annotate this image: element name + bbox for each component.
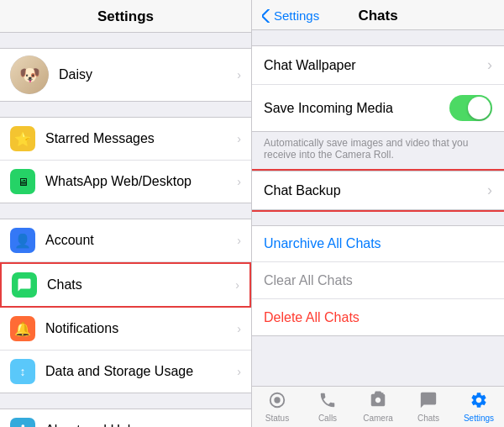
account-chevron-icon: ›	[237, 234, 241, 247]
right-settings-list: Chat Wallpaper › Save Incoming Media Aut…	[252, 30, 504, 386]
chat-settings-section: Chat Wallpaper › Save Incoming Media	[252, 45, 504, 132]
backup-chevron-icon: ›	[487, 182, 492, 199]
tab-right-camera-label: Camera	[363, 414, 393, 423]
help-icon: ℹ	[10, 418, 35, 427]
left-settings-panel: Settings 🐶 Daisy › ⭐ Starred Messages ›	[0, 0, 252, 427]
web-label: WhatsApp Web/Desktop	[45, 174, 234, 189]
avatar-placeholder: 🐶	[10, 55, 49, 94]
web-chevron-icon: ›	[237, 175, 241, 188]
delete-item[interactable]: Delete All Chats	[252, 299, 504, 336]
unarchive-item[interactable]: Unarchive All Chats	[252, 225, 504, 262]
avatar: 🐶	[10, 55, 49, 94]
notifications-chevron-icon: ›	[237, 322, 241, 335]
account-icon: 👤	[10, 228, 35, 253]
left-panel: Settings 🐶 Daisy › ⭐ Starred Messages ›	[0, 0, 252, 427]
chats-icon	[12, 272, 37, 298]
starred-icon: ⭐	[10, 126, 35, 151]
unarchive-label: Unarchive All Chats	[264, 236, 381, 251]
toggle-thumb	[468, 97, 491, 119]
settings-group-2: 👤 Account › Chats › 🔔 Notifications	[0, 219, 251, 393]
profile-section: 🐶 Daisy ›	[0, 48, 251, 102]
tab-right-settings[interactable]: Settings	[454, 387, 504, 426]
backup-label: Chat Backup	[264, 183, 484, 198]
action-section: Unarchive All Chats Clear All Chats Dele…	[252, 225, 504, 336]
r-chats-tab-icon	[419, 391, 438, 412]
web-icon: 🖥	[10, 169, 35, 194]
storage-icon: ↕	[10, 359, 35, 384]
backup-item[interactable]: Chat Backup ›	[252, 171, 504, 210]
tab-right-chats[interactable]: Chats	[403, 387, 454, 426]
settings-group-1: ⭐ Starred Messages › 🖥 WhatsApp Web/Desk…	[0, 117, 251, 203]
starred-messages-item[interactable]: ⭐ Starred Messages ›	[0, 118, 251, 161]
settings-group-3: ℹ About and Help › ❤ Tell a Friend ›	[0, 409, 251, 427]
wallpaper-label: Chat Wallpaper	[264, 58, 484, 73]
starred-chevron-icon: ›	[237, 132, 241, 145]
profile-chevron-icon: ›	[237, 68, 241, 82]
wallpaper-chevron-icon: ›	[487, 56, 492, 74]
account-item[interactable]: 👤 Account ›	[0, 219, 251, 262]
toggle-track	[449, 95, 492, 121]
tab-right-status[interactable]: Status	[252, 387, 302, 426]
tab-right-calls[interactable]: Calls	[302, 387, 353, 426]
chats-label: Chats	[47, 277, 232, 293]
right-panel-wrapper: Settings Chats Chat Wallpaper › Save Inc…	[252, 0, 504, 427]
storage-chevron-icon: ›	[237, 365, 241, 378]
right-title: Chats	[358, 8, 397, 24]
clear-label: Clear All Chats	[264, 273, 353, 288]
right-header: Settings Chats	[252, 0, 504, 30]
profile-item[interactable]: 🐶 Daisy ›	[0, 49, 251, 101]
settings-list: 🐶 Daisy › ⭐ Starred Messages › 🖥 WhatsAp…	[0, 33, 251, 427]
help-chevron-icon: ›	[237, 424, 241, 427]
r-settings-tab-icon	[470, 391, 488, 412]
delete-label: Delete All Chats	[264, 310, 360, 325]
notifications-item[interactable]: 🔔 Notifications ›	[0, 308, 251, 351]
tab-right-settings-label: Settings	[464, 414, 494, 423]
tab-right-camera[interactable]: Camera	[353, 387, 403, 426]
left-header-title: Settings	[0, 0, 251, 33]
r-status-tab-icon	[268, 391, 286, 412]
right-settings-panel: Settings Chats Chat Wallpaper › Save Inc…	[252, 0, 504, 386]
wallpaper-item[interactable]: Chat Wallpaper ›	[252, 46, 504, 85]
profile-name: Daisy	[59, 67, 234, 82]
notifications-label: Notifications	[45, 321, 234, 336]
web-desktop-item[interactable]: 🖥 WhatsApp Web/Desktop ›	[0, 161, 251, 203]
storage-label: Data and Storage Usage	[45, 364, 234, 379]
save-media-label: Save Incoming Media	[264, 101, 449, 116]
starred-label: Starred Messages	[45, 131, 234, 146]
tab-right-status-label: Status	[265, 414, 289, 423]
account-label: Account	[45, 233, 234, 248]
storage-item[interactable]: ↕ Data and Storage Usage ›	[0, 351, 251, 393]
tab-right-calls-label: Calls	[318, 414, 337, 423]
save-media-hint: Automatically save images and video that…	[252, 132, 504, 169]
save-media-item: Save Incoming Media	[252, 85, 504, 131]
notifications-icon: 🔔	[10, 316, 35, 341]
svg-point-2	[274, 397, 280, 403]
chats-chevron-icon: ›	[235, 278, 239, 292]
clear-item[interactable]: Clear All Chats	[252, 262, 504, 299]
tab-right-chats-label: Chats	[417, 414, 439, 423]
chats-item[interactable]: Chats ›	[0, 262, 251, 308]
save-media-toggle[interactable]	[449, 95, 492, 121]
r-camera-tab-icon	[369, 391, 387, 412]
back-label: Settings	[274, 8, 319, 23]
help-item[interactable]: ℹ About and Help ›	[0, 409, 251, 427]
help-label: About and Help	[45, 423, 234, 427]
r-calls-tab-icon	[318, 391, 337, 412]
right-tab-bar: Status Calls Camera Chats Settings	[252, 386, 504, 427]
back-button[interactable]: Settings	[262, 8, 319, 23]
